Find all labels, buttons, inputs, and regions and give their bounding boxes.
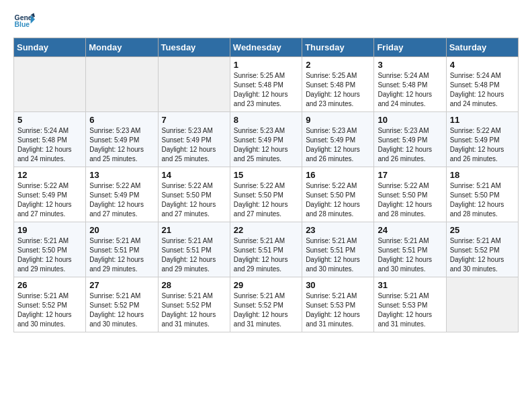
calendar-cell: 17Sunrise: 5:22 AM Sunset: 5:50 PM Dayli… <box>374 167 446 222</box>
day-number: 19 <box>17 225 82 235</box>
calendar-cell: 2Sunrise: 5:25 AM Sunset: 5:48 PM Daylig… <box>302 57 374 112</box>
day-info: Sunrise: 5:24 AM Sunset: 5:48 PM Dayligh… <box>17 126 82 164</box>
day-info: Sunrise: 5:22 AM Sunset: 5:49 PM Dayligh… <box>17 181 82 219</box>
day-info: Sunrise: 5:22 AM Sunset: 5:50 PM Dayligh… <box>306 181 370 219</box>
calendar-cell: 15Sunrise: 5:22 AM Sunset: 5:50 PM Dayli… <box>230 167 302 222</box>
day-info: Sunrise: 5:23 AM Sunset: 5:49 PM Dayligh… <box>234 126 298 164</box>
day-info: Sunrise: 5:24 AM Sunset: 5:48 PM Dayligh… <box>450 71 515 109</box>
week-row-1: 1Sunrise: 5:25 AM Sunset: 5:48 PM Daylig… <box>14 57 519 112</box>
weekday-header-sunday: Sunday <box>14 38 86 57</box>
day-number: 10 <box>378 115 442 125</box>
day-number: 2 <box>306 60 370 70</box>
day-number: 24 <box>378 225 442 235</box>
weekday-header-monday: Monday <box>86 38 158 57</box>
day-number: 14 <box>162 170 226 180</box>
day-number: 9 <box>306 115 370 125</box>
page-header: General Blue <box>13 11 519 32</box>
day-info: Sunrise: 5:25 AM Sunset: 5:48 PM Dayligh… <box>306 71 370 109</box>
day-number: 11 <box>450 115 515 125</box>
calendar-cell: 9Sunrise: 5:23 AM Sunset: 5:49 PM Daylig… <box>302 112 374 167</box>
day-info: Sunrise: 5:21 AM Sunset: 5:51 PM Dayligh… <box>378 236 442 274</box>
calendar-cell: 14Sunrise: 5:22 AM Sunset: 5:50 PM Dayli… <box>158 167 230 222</box>
day-number: 26 <box>17 280 82 290</box>
weekday-header-saturday: Saturday <box>446 38 518 57</box>
day-number: 7 <box>162 115 226 125</box>
logo: General Blue <box>13 11 35 32</box>
week-row-5: 26Sunrise: 5:21 AM Sunset: 5:52 PM Dayli… <box>14 277 519 332</box>
calendar-cell: 26Sunrise: 5:21 AM Sunset: 5:52 PM Dayli… <box>14 277 86 332</box>
calendar-cell: 31Sunrise: 5:21 AM Sunset: 5:53 PM Dayli… <box>374 277 446 332</box>
day-info: Sunrise: 5:21 AM Sunset: 5:52 PM Dayligh… <box>17 291 82 329</box>
calendar-cell: 5Sunrise: 5:24 AM Sunset: 5:48 PM Daylig… <box>14 112 86 167</box>
day-number: 1 <box>234 60 298 70</box>
day-info: Sunrise: 5:23 AM Sunset: 5:49 PM Dayligh… <box>162 126 226 164</box>
calendar-cell: 24Sunrise: 5:21 AM Sunset: 5:51 PM Dayli… <box>374 222 446 277</box>
day-number: 15 <box>234 170 298 180</box>
calendar-cell: 29Sunrise: 5:21 AM Sunset: 5:52 PM Dayli… <box>230 277 302 332</box>
calendar-cell: 16Sunrise: 5:22 AM Sunset: 5:50 PM Dayli… <box>302 167 374 222</box>
day-info: Sunrise: 5:22 AM Sunset: 5:50 PM Dayligh… <box>378 181 442 219</box>
calendar-cell: 6Sunrise: 5:23 AM Sunset: 5:49 PM Daylig… <box>86 112 158 167</box>
day-number: 12 <box>17 170 82 180</box>
day-number: 20 <box>89 225 154 235</box>
day-number: 13 <box>89 170 154 180</box>
calendar-cell <box>446 277 518 332</box>
weekday-header-row: SundayMondayTuesdayWednesdayThursdayFrid… <box>14 38 519 57</box>
weekday-header-friday: Friday <box>374 38 446 57</box>
day-info: Sunrise: 5:21 AM Sunset: 5:53 PM Dayligh… <box>306 291 370 329</box>
day-number: 22 <box>234 225 298 235</box>
day-info: Sunrise: 5:23 AM Sunset: 5:49 PM Dayligh… <box>306 126 370 164</box>
day-info: Sunrise: 5:21 AM Sunset: 5:52 PM Dayligh… <box>162 291 226 329</box>
day-number: 29 <box>234 280 298 290</box>
calendar-cell: 8Sunrise: 5:23 AM Sunset: 5:49 PM Daylig… <box>230 112 302 167</box>
calendar-cell: 28Sunrise: 5:21 AM Sunset: 5:52 PM Dayli… <box>158 277 230 332</box>
day-info: Sunrise: 5:25 AM Sunset: 5:48 PM Dayligh… <box>234 71 298 109</box>
day-number: 5 <box>17 115 82 125</box>
day-info: Sunrise: 5:21 AM Sunset: 5:50 PM Dayligh… <box>450 181 515 219</box>
day-number: 27 <box>89 280 154 290</box>
day-info: Sunrise: 5:23 AM Sunset: 5:49 PM Dayligh… <box>89 126 154 164</box>
calendar-cell: 22Sunrise: 5:21 AM Sunset: 5:51 PM Dayli… <box>230 222 302 277</box>
calendar-cell: 18Sunrise: 5:21 AM Sunset: 5:50 PM Dayli… <box>446 167 518 222</box>
logo-icon: General Blue <box>13 11 35 32</box>
day-info: Sunrise: 5:21 AM Sunset: 5:52 PM Dayligh… <box>450 236 515 274</box>
calendar-cell: 1Sunrise: 5:25 AM Sunset: 5:48 PM Daylig… <box>230 57 302 112</box>
day-number: 23 <box>306 225 370 235</box>
day-info: Sunrise: 5:21 AM Sunset: 5:53 PM Dayligh… <box>378 291 442 329</box>
calendar-cell: 27Sunrise: 5:21 AM Sunset: 5:52 PM Dayli… <box>86 277 158 332</box>
day-number: 25 <box>450 225 515 235</box>
calendar-cell: 20Sunrise: 5:21 AM Sunset: 5:51 PM Dayli… <box>86 222 158 277</box>
day-number: 17 <box>378 170 442 180</box>
calendar-cell <box>86 57 158 112</box>
weekday-header-thursday: Thursday <box>302 38 374 57</box>
day-number: 16 <box>306 170 370 180</box>
calendar-cell <box>14 57 86 112</box>
day-info: Sunrise: 5:21 AM Sunset: 5:51 PM Dayligh… <box>306 236 370 274</box>
day-number: 31 <box>378 280 442 290</box>
calendar-cell: 13Sunrise: 5:22 AM Sunset: 5:49 PM Dayli… <box>86 167 158 222</box>
day-number: 28 <box>162 280 226 290</box>
day-info: Sunrise: 5:21 AM Sunset: 5:50 PM Dayligh… <box>17 236 82 274</box>
calendar-cell: 7Sunrise: 5:23 AM Sunset: 5:49 PM Daylig… <box>158 112 230 167</box>
day-info: Sunrise: 5:22 AM Sunset: 5:50 PM Dayligh… <box>234 181 298 219</box>
day-info: Sunrise: 5:22 AM Sunset: 5:49 PM Dayligh… <box>89 181 154 219</box>
weekday-header-wednesday: Wednesday <box>230 38 302 57</box>
week-row-3: 12Sunrise: 5:22 AM Sunset: 5:49 PM Dayli… <box>14 167 519 222</box>
calendar-cell: 3Sunrise: 5:24 AM Sunset: 5:48 PM Daylig… <box>374 57 446 112</box>
calendar-cell: 21Sunrise: 5:21 AM Sunset: 5:51 PM Dayli… <box>158 222 230 277</box>
calendar-cell: 12Sunrise: 5:22 AM Sunset: 5:49 PM Dayli… <box>14 167 86 222</box>
day-info: Sunrise: 5:24 AM Sunset: 5:48 PM Dayligh… <box>378 71 442 109</box>
day-number: 21 <box>162 225 226 235</box>
day-info: Sunrise: 5:22 AM Sunset: 5:49 PM Dayligh… <box>450 126 515 164</box>
week-row-2: 5Sunrise: 5:24 AM Sunset: 5:48 PM Daylig… <box>14 112 519 167</box>
calendar-cell: 30Sunrise: 5:21 AM Sunset: 5:53 PM Dayli… <box>302 277 374 332</box>
day-info: Sunrise: 5:21 AM Sunset: 5:52 PM Dayligh… <box>89 291 154 329</box>
calendar-table: SundayMondayTuesdayWednesdayThursdayFrid… <box>13 38 519 332</box>
weekday-header-tuesday: Tuesday <box>158 38 230 57</box>
day-info: Sunrise: 5:21 AM Sunset: 5:52 PM Dayligh… <box>234 291 298 329</box>
day-info: Sunrise: 5:23 AM Sunset: 5:49 PM Dayligh… <box>378 126 442 164</box>
day-number: 4 <box>450 60 515 70</box>
calendar-cell: 4Sunrise: 5:24 AM Sunset: 5:48 PM Daylig… <box>446 57 518 112</box>
svg-text:Blue: Blue <box>15 21 30 28</box>
calendar-cell: 23Sunrise: 5:21 AM Sunset: 5:51 PM Dayli… <box>302 222 374 277</box>
